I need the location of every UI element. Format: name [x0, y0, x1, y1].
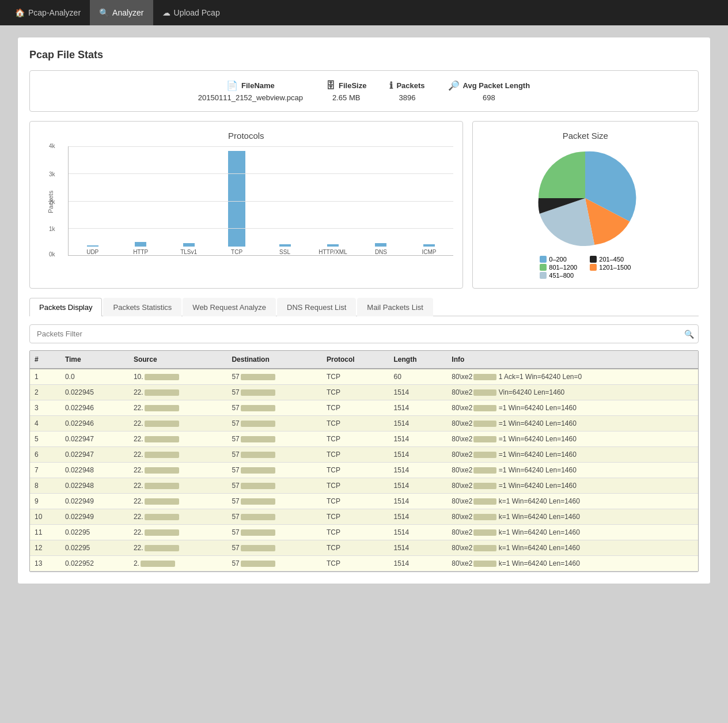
- cell-length: 1514: [389, 463, 447, 478]
- col-header-length: Length: [389, 351, 447, 369]
- cell-num: 8: [30, 478, 60, 494]
- cell-source: 22.: [129, 494, 227, 509]
- cell-info: 80\xe2 k=1 Win=64240 Len=1460: [447, 525, 698, 540]
- table-row[interactable]: 130.0229522.57TCP151480\xe2 k=1 Win=6424…: [30, 556, 698, 571]
- table-row[interactable]: 50.02294722.57TCP151480\xe2 =1 Win=64240…: [30, 431, 698, 447]
- table-row[interactable]: 70.02294822.57TCP151480\xe2 =1 Win=64240…: [30, 463, 698, 478]
- col-header-source: Source: [129, 351, 227, 369]
- nav-analyzer[interactable]: 🔍 Analyzer: [90, 0, 153, 25]
- filename-value: 20150111_2152_webview.pcap: [198, 93, 303, 102]
- filter-row: 🔍: [29, 324, 699, 343]
- legend-label-0-200: 0–200: [549, 256, 567, 263]
- grid-line-4k: [69, 146, 453, 147]
- cell-info: 80\xe2 =1 Win=64240 Len=1460: [447, 416, 698, 431]
- cell-length: 1514: [389, 416, 447, 431]
- cell-protocol: TCP: [322, 494, 389, 509]
- legend-dot-0-200: [540, 256, 547, 263]
- nav-pcap-analyzer[interactable]: 🏠 Pcap-Analyzer: [6, 0, 90, 25]
- table-row[interactable]: 30.02294622.57TCP151480\xe2 =1 Win=64240…: [30, 400, 698, 416]
- cell-length: 1514: [389, 494, 447, 509]
- page-wrapper: Pcap File Stats 📄 FileName 20150111_2152…: [0, 25, 728, 596]
- filter-search-button[interactable]: 🔍: [684, 330, 694, 339]
- stat-filesize: 🗄 FileSize 2.65 MB: [326, 81, 366, 102]
- cell-time: 0.022949: [60, 509, 129, 525]
- legend-label-451-800: 451–800: [549, 272, 574, 279]
- cell-protocol: TCP: [322, 400, 389, 416]
- cell-protocol: TCP: [322, 509, 389, 525]
- cell-source: 22.: [129, 540, 227, 556]
- col-header-destination: Destination: [227, 351, 322, 369]
- table-row[interactable]: 20.02294522.57TCP151480\xe2 Vin=64240 Le…: [30, 385, 698, 400]
- table-header-row: # Time Source Destination Protocol Lengt…: [30, 351, 698, 369]
- main-card: Pcap File Stats 📄 FileName 20150111_2152…: [17, 37, 711, 584]
- cell-time: 0.022948: [60, 478, 129, 494]
- cell-num: 1: [30, 369, 60, 385]
- cell-info: 80\xe2 Vin=64240 Len=1460: [447, 385, 698, 400]
- cell-source: 22.: [129, 447, 227, 463]
- nav-upload-pcap[interactable]: ☁ Upload Pcap: [153, 0, 229, 25]
- cell-info: 80\xe2 =1 Win=64240 Len=1460: [447, 431, 698, 447]
- table-row[interactable]: 110.0229522.57TCP151480\xe2 k=1 Win=6424…: [30, 525, 698, 540]
- cell-dest: 57: [227, 540, 322, 556]
- table-row[interactable]: 80.02294822.57TCP151480\xe2 =1 Win=64240…: [30, 478, 698, 494]
- y-label-1k: 1k: [49, 226, 55, 232]
- cell-dest: 57: [227, 509, 322, 525]
- cell-time: 0.022947: [60, 447, 129, 463]
- cell-num: 12: [30, 540, 60, 556]
- cell-time: 0.022949: [60, 494, 129, 509]
- packets-table-wrapper: # Time Source Destination Protocol Lengt…: [29, 350, 699, 572]
- tab-mail-packets-list[interactable]: Mail Packets List: [357, 298, 433, 316]
- bar-dns-fill: [375, 243, 386, 247]
- cell-length: 60: [389, 369, 447, 385]
- cell-length: 1514: [389, 400, 447, 416]
- cell-num: 7: [30, 463, 60, 478]
- cell-length: 1514: [389, 478, 447, 494]
- table-row[interactable]: 90.02294922.57TCP151480\xe2 k=1 Win=6424…: [30, 494, 698, 509]
- cell-protocol: TCP: [322, 556, 389, 571]
- bar-udp-fill: [87, 245, 98, 247]
- grid-line-2k: [69, 201, 453, 202]
- info-icon: ℹ: [389, 80, 393, 91]
- legend-label-201-450: 201–450: [599, 256, 624, 263]
- cell-length: 1514: [389, 540, 447, 556]
- legend-dot-201-450: [590, 256, 597, 263]
- cell-source: 22.: [129, 431, 227, 447]
- cell-info: 80\xe2 k=1 Win=64240 Len=1460: [447, 509, 698, 525]
- cell-length: 1514: [389, 447, 447, 463]
- tab-web-request-analyze[interactable]: Web Request Analyze: [183, 298, 276, 316]
- cell-num: 4: [30, 416, 60, 431]
- cell-protocol: TCP: [322, 540, 389, 556]
- tab-packets-display[interactable]: Packets Display: [29, 298, 102, 316]
- bar-http-fill: [135, 242, 146, 247]
- cell-time: 0.022947: [60, 431, 129, 447]
- bar-tlsv1-fill: [183, 243, 195, 247]
- packets-value: 3896: [399, 93, 416, 102]
- cell-length: 1514: [389, 556, 447, 571]
- table-row[interactable]: 60.02294722.57TCP151480\xe2 =1 Win=64240…: [30, 447, 698, 463]
- page-title: Pcap File Stats: [29, 49, 699, 61]
- table-scroll[interactable]: # Time Source Destination Protocol Lengt…: [30, 351, 698, 571]
- col-header-info: Info: [447, 351, 698, 369]
- cell-source: 22.: [129, 416, 227, 431]
- y-label-3k: 3k: [49, 171, 55, 177]
- table-row[interactable]: 100.02294922.57TCP151480\xe2 k=1 Win=642…: [30, 509, 698, 525]
- cell-protocol: TCP: [322, 447, 389, 463]
- cell-num: 13: [30, 556, 60, 571]
- cell-protocol: TCP: [322, 478, 389, 494]
- table-row[interactable]: 120.0229522.57TCP151480\xe2 k=1 Win=6424…: [30, 540, 698, 556]
- packets-filter-input[interactable]: [29, 324, 699, 343]
- cell-protocol: TCP: [322, 431, 389, 447]
- pie-svg: [533, 146, 637, 250]
- table-row[interactable]: 10.010.57TCP6080\xe2 1 Ack=1 Win=64240 L…: [30, 369, 698, 385]
- zoom-icon: 🔎: [448, 80, 460, 91]
- legend-label-801-1200: 801–1200: [549, 264, 577, 271]
- cell-source: 22.: [129, 385, 227, 400]
- tab-packets-statistics[interactable]: Packets Statistics: [103, 298, 181, 316]
- cell-source: 22.: [129, 525, 227, 540]
- charts-row: Protocols Packets 4k 3k 2k: [29, 121, 699, 289]
- table-row[interactable]: 40.02294622.57TCP151480\xe2 =1 Win=64240…: [30, 416, 698, 431]
- tab-dns-request-list[interactable]: DNS Request List: [277, 298, 356, 316]
- cell-dest: 57: [227, 400, 322, 416]
- cell-dest: 57: [227, 385, 322, 400]
- cell-protocol: TCP: [322, 463, 389, 478]
